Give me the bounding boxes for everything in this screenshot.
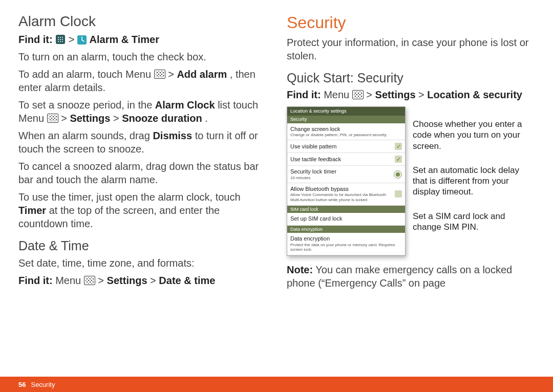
callouts: Choose whether you enter a code when you…	[413, 106, 535, 232]
findit-label: Find it:	[18, 34, 53, 45]
menu-icon	[154, 70, 165, 79]
phone-setting-item[interactable]: Data encryptionProtect the data on your …	[287, 233, 405, 255]
svg-point-2	[60, 37, 61, 38]
phone-setting-item[interactable]: Use visible pattern	[287, 140, 405, 153]
phone-setting-item[interactable]: Set up SIM card lock	[287, 213, 405, 225]
findit-alarm: Find it: > Alarm & Timer	[18, 33, 266, 46]
callout-text: Set a SIM card lock and change SIM PIN.	[413, 211, 535, 233]
right-column: Security Protect your information, in ca…	[287, 12, 535, 372]
svg-point-6	[62, 39, 63, 40]
para-cancel: To cancel a snoozed alarm, drag down the…	[18, 160, 266, 186]
phone-setting-item[interactable]: Security lock timer10 minutes	[287, 166, 405, 183]
heading-alarm-clock: Alarm Clock	[18, 12, 266, 31]
radio-icon[interactable]	[394, 170, 402, 179]
findit-alarm-path: Alarm & Timer	[90, 34, 159, 45]
svg-point-7	[58, 41, 59, 42]
checkbox-icon[interactable]	[395, 143, 402, 150]
note: Note: You can make emergency calls on a …	[287, 263, 535, 290]
phone-section-header: SIM card lock	[287, 206, 405, 213]
para-timer: To use the timer, just open the alarm cl…	[18, 190, 266, 230]
phone-mockup: Location & security settingsSecurityChan…	[287, 106, 406, 256]
para-dismiss: When an alarm sounds, drag Dismiss to tu…	[18, 129, 266, 156]
menu-icon	[47, 114, 58, 123]
page-footer: 56 Security	[0, 377, 553, 392]
para-add-alarm: To add an alarm, touch Menu > Add alarm …	[18, 68, 266, 94]
phone-setting-item[interactable]: Allow Bluetooth bypassAllow Voice Comman…	[287, 183, 405, 205]
callout-text: Choose whether you enter a code when you…	[413, 119, 535, 151]
findit-security: Find it: Menu > Settings > Location & se…	[287, 88, 535, 101]
svg-point-9	[62, 41, 63, 42]
footer-section: Security	[31, 381, 55, 388]
page-number: 56	[18, 381, 26, 388]
callout-text: Set an automatic lock delay that is diff…	[413, 165, 535, 198]
para-sec-intro: Protect your information, in case your p…	[287, 36, 535, 62]
findit-date: Find it: Menu > Settings > Date & time	[18, 274, 266, 287]
svg-point-4	[58, 39, 59, 40]
phone-setting-item[interactable]: Change screen lockChange or disable patt…	[287, 123, 405, 141]
checkbox-icon[interactable]	[395, 190, 402, 198]
phone-setting-item[interactable]: Use tactile feedback	[287, 153, 405, 166]
para-date-intro: Set date, time, time zone, and formats:	[18, 256, 266, 270]
heading-security: Security	[287, 12, 535, 34]
menu-icon	[84, 276, 95, 285]
phone-titlebar: Location & security settings	[287, 107, 405, 116]
menu-icon	[352, 90, 364, 99]
para-snooze: To set a snooze period, in the Alarm Clo…	[18, 98, 266, 125]
heading-quick-start: Quick Start: Security	[287, 70, 535, 86]
svg-point-8	[60, 41, 61, 42]
phone-section-header: Security	[287, 116, 405, 123]
para-turn-on: To turn on an alarm, touch the check box…	[18, 50, 266, 63]
checkbox-icon[interactable]	[395, 156, 402, 163]
launcher-icon	[55, 34, 66, 45]
phone-section-header: Data encryption	[287, 226, 405, 233]
left-column: Alarm Clock Find it: > Alarm & Timer To …	[18, 12, 266, 372]
heading-date-time: Date & Time	[18, 237, 266, 254]
svg-point-1	[58, 37, 59, 38]
svg-point-5	[60, 39, 61, 40]
svg-point-3	[62, 37, 63, 38]
clock-app-icon	[77, 35, 87, 45]
